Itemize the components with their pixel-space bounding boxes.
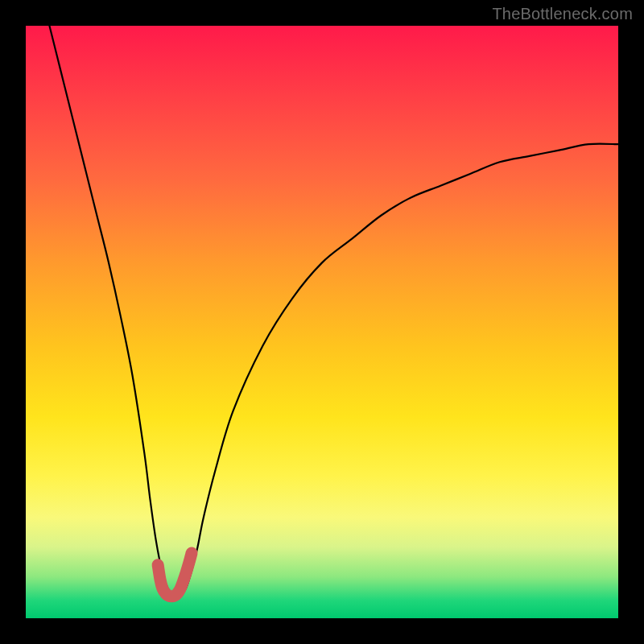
chart-frame: TheBottleneck.com bbox=[0, 0, 644, 644]
bottleneck-curve bbox=[49, 26, 618, 595]
optimal-range-highlight bbox=[158, 553, 192, 597]
watermark-text: TheBottleneck.com bbox=[492, 5, 633, 23]
plot-area bbox=[26, 26, 618, 618]
curve-layer bbox=[26, 26, 618, 618]
